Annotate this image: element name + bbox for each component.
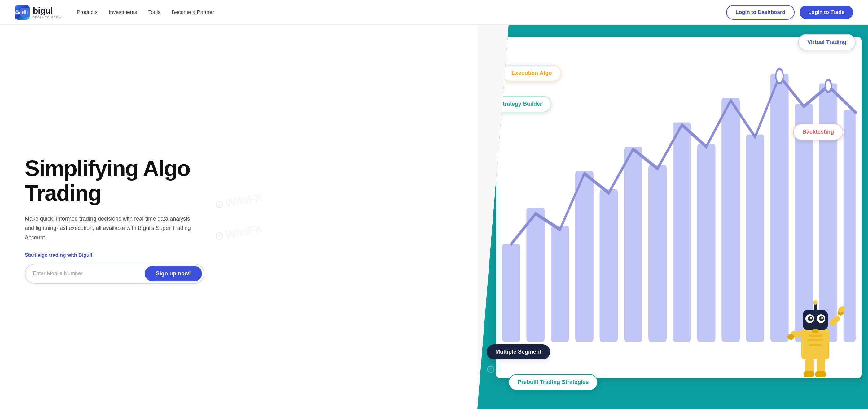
navbar: bigul BEGIN TO GROW Products Investments… [0, 0, 868, 25]
svg-rect-33 [787, 334, 794, 340]
nav-links: Products Investments Tools Become a Part… [77, 9, 214, 15]
bubble-backtesting[interactable]: Backtesting [793, 124, 843, 140]
svg-point-27 [810, 317, 812, 319]
hero-right-inner: © WikiFX © WikiFX [477, 25, 868, 409]
logo[interactable]: bigul BEGIN TO GROW [15, 5, 62, 20]
robot-svg [784, 285, 846, 390]
svg-rect-10 [648, 165, 666, 342]
logo-name: bigul [33, 6, 62, 16]
svg-rect-31 [812, 330, 818, 333]
hero-right: © WikiFX © WikiFX [477, 25, 868, 409]
watermark-text-2: WikiFX [224, 222, 263, 241]
navbar-left: bigul BEGIN TO GROW Products Investments… [15, 5, 214, 20]
bubble-multiple-segment[interactable]: Multiple Segment [487, 344, 550, 360]
bubble-virtual-trading[interactable]: Virtual Trading [798, 34, 856, 50]
svg-rect-3 [27, 11, 28, 14]
hero-description: Make quick, informed trading decisions w… [25, 214, 198, 243]
hero-cta-label[interactable]: Start algo trading with Bigul! [25, 252, 459, 258]
hero-input-row: Sign up now! [25, 264, 205, 284]
nav-tools[interactable]: Tools [148, 9, 160, 15]
svg-rect-29 [814, 304, 816, 311]
hero-title-line2: Trading [25, 181, 101, 205]
svg-rect-38 [804, 371, 814, 377]
bubble-strategy-builder[interactable]: Strategy Builder [490, 96, 551, 112]
svg-rect-1 [22, 10, 24, 14]
svg-rect-11 [673, 123, 691, 342]
bubble-prebuilt[interactable]: Prebuilt Trading Strategies [508, 374, 598, 390]
robot [784, 285, 868, 409]
signup-button[interactable]: Sign up now! [145, 266, 202, 281]
wikifx-icon-2: © [215, 232, 224, 240]
svg-rect-5 [527, 208, 545, 342]
nav-partner[interactable]: Become a Partner [172, 9, 214, 15]
hero-left: © WikiFX © WikiFX Simplifying Algo Tradi… [0, 25, 477, 409]
hero-title: Simplifying Algo Trading [25, 156, 459, 205]
svg-rect-4 [502, 244, 520, 342]
svg-rect-6 [551, 226, 569, 342]
svg-rect-8 [600, 189, 618, 342]
svg-point-28 [821, 317, 823, 319]
svg-point-20 [825, 80, 832, 92]
svg-point-19 [776, 69, 783, 83]
svg-point-30 [813, 300, 817, 305]
hero-title-line1: Simplifying Algo [25, 156, 190, 181]
logo-tagline: BEGIN TO GROW [33, 16, 62, 19]
svg-rect-12 [697, 144, 716, 342]
wikifx-icon-r2: © [486, 365, 495, 373]
hero-section: © WikiFX © WikiFX Simplifying Algo Tradi… [0, 25, 868, 409]
bubble-execution-algo[interactable]: Execution Algo [502, 65, 561, 81]
svg-rect-2 [25, 9, 26, 14]
svg-rect-13 [721, 98, 740, 342]
svg-rect-9 [624, 147, 642, 342]
svg-rect-14 [746, 135, 764, 342]
svg-rect-42 [808, 339, 823, 341]
nav-products[interactable]: Products [77, 9, 98, 15]
wikifx-icon-r1: © [496, 48, 504, 57]
svg-rect-7 [575, 171, 593, 342]
login-trade-button[interactable]: Login to Trade [800, 6, 853, 19]
login-dashboard-button[interactable]: Login to Dashboard [726, 5, 795, 20]
logo-text: bigul BEGIN TO GROW [33, 6, 62, 19]
nav-investments[interactable]: Investments [109, 9, 137, 15]
navbar-right: Login to Dashboard Login to Trade [726, 5, 853, 20]
svg-rect-41 [809, 335, 822, 337]
svg-rect-40 [815, 371, 826, 377]
svg-rect-43 [809, 344, 822, 346]
mobile-number-input[interactable] [33, 268, 145, 279]
svg-rect-34 [828, 315, 841, 327]
logo-icon [15, 5, 30, 20]
